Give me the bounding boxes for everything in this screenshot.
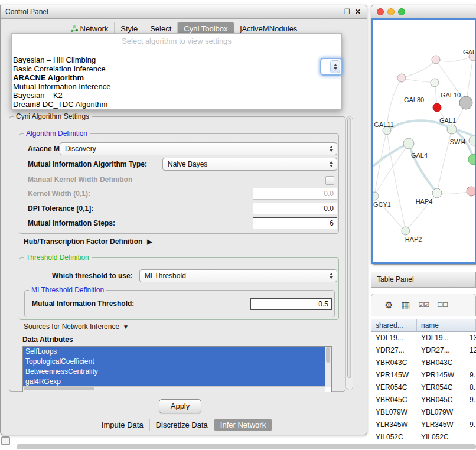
network-graph[interactable]: GALGAL80GAL10GAL11GAL1SWI4GAL4GCY1HAP4HA… (373, 20, 475, 263)
network-node[interactable] (373, 192, 379, 200)
attribute-item-topologicalcoefficient[interactable]: TopologicalCoefficient (23, 357, 325, 367)
table-panel-header[interactable]: Table Panel (371, 272, 476, 288)
algorithm-combobox[interactable] (320, 58, 343, 76)
network-node[interactable] (403, 138, 414, 149)
algorithm-option-dream8-dc-tdc-algorithm[interactable]: Dream8 DC_TDC Algorithm (12, 100, 341, 109)
close-window-icon[interactable]: ✕ (355, 8, 361, 16)
bottom-tab-discretize-data[interactable]: Discretize Data (150, 419, 214, 431)
table-cell: YER054C (371, 381, 417, 394)
node-label-hap2: HAP2 (405, 236, 422, 243)
mi-steps-field[interactable]: 6 (253, 217, 337, 229)
table-panel-title: Table Panel (377, 272, 414, 287)
node-label-gcy1: GCY1 (373, 201, 391, 208)
desktop-horizontal-scrollbar[interactable] (17, 444, 476, 449)
column-header-shared-name[interactable]: shared... (371, 319, 417, 331)
node-label-gal80: GAL80 (404, 96, 424, 103)
screen: Control Panel ❐ ✕ NetworkStyleSelectCyni… (0, 0, 476, 450)
network-edge (402, 78, 435, 83)
table-row[interactable]: YLR345WYLR345W9. (371, 419, 476, 431)
attributes-horizontal-scrollbar[interactable] (23, 386, 325, 392)
which-threshold-label: Which threshold to use: (52, 269, 133, 282)
minimize-traffic-light-icon[interactable] (387, 8, 395, 15)
hub-tf-section-label: Hub/Transcription Factor Definition (24, 237, 142, 246)
manual-kernel-width-checkbox[interactable] (325, 176, 334, 185)
attribute-item-gal4rgexp[interactable]: gal4RGexp (23, 377, 325, 387)
network-node[interactable] (432, 56, 440, 64)
close-traffic-light-icon[interactable] (377, 8, 384, 15)
table-row[interactable]: YIL052CYIL052C (371, 431, 476, 444)
network-canvas[interactable]: GALGAL80GAL10GAL11GAL1SWI4GAL4GCY1HAP4HA… (371, 18, 476, 264)
network-tab-icon (70, 25, 78, 32)
table-cell: YBR043C (371, 357, 417, 369)
attributes-vertical-scrollbar[interactable] (325, 347, 331, 387)
data-attributes-list[interactable]: SelfLoopsTopologicalCoefficientBetweenne… (22, 346, 332, 392)
network-node[interactable] (469, 136, 475, 145)
column-header-name[interactable]: name (417, 319, 465, 331)
table-cell: 9. (465, 419, 476, 431)
network-node[interactable] (431, 79, 439, 87)
table-cell: 9. (465, 369, 476, 381)
mi-threshold-definition-title: MI Threshold Definition (29, 286, 106, 294)
table-cell: 13 (465, 332, 476, 344)
tab-label: Infer Network (220, 420, 266, 429)
network-node[interactable] (467, 187, 475, 196)
table-cell: YLR345W (417, 419, 465, 431)
bottom-tab-infer-network[interactable]: Infer Network (214, 419, 272, 431)
column-header-extra[interactable] (465, 319, 476, 331)
node-label-gal: GAL (463, 48, 475, 56)
apply-button[interactable]: Apply (159, 399, 201, 413)
attribute-item-selfloops[interactable]: SelfLoops (23, 347, 325, 357)
select-all-icon[interactable]: ☑☑ (418, 302, 429, 308)
node-label-gal11: GAL11 (374, 121, 393, 128)
dpi-tolerance-field[interactable]: 0.0 (253, 203, 337, 214)
network-edge (466, 57, 473, 103)
network-node[interactable] (402, 227, 410, 235)
table-cell: YIL052C (371, 431, 417, 444)
algorithm-option-mutual-information-inference[interactable]: Mutual Information Inference (12, 82, 341, 91)
hub-tf-section-toggle[interactable]: Hub/Transcription Factor Definition ▶ (24, 237, 152, 246)
algorithm-option-aracne-algorithm[interactable]: ARACNE Algorithm (12, 73, 341, 82)
settings-scrollbar[interactable] (345, 116, 353, 390)
network-node[interactable] (447, 125, 457, 134)
control-panel-titlebar[interactable]: Control Panel ❐ ✕ (1, 5, 367, 19)
network-node[interactable] (432, 188, 442, 198)
mi-threshold-field[interactable]: 0.5 (250, 298, 332, 310)
table-cell: YBL079W (417, 406, 465, 419)
sources-section-toggle[interactable]: Sources for Network Inference ▼ (21, 322, 131, 331)
algorithm-option-basic-correlation-inference[interactable]: Basic Correlation Inference (12, 64, 341, 73)
algorithm-option-bayesian-k2[interactable]: Bayesian – K2 (12, 91, 341, 100)
mi-algorithm-type-label: Mutual Information Algorithm Type: (28, 158, 147, 171)
network-node[interactable] (459, 96, 472, 109)
table-row[interactable]: YDL19...YDL19...13 (371, 332, 476, 344)
combo-arrows-icon (330, 143, 333, 155)
zoom-traffic-light-icon[interactable] (398, 8, 405, 15)
gear-icon[interactable]: ⚙ (384, 301, 393, 310)
float-window-icon[interactable]: ❐ (344, 8, 350, 16)
cyni-algorithm-settings-title: Cyni Algorithm Settings (14, 112, 92, 120)
bottom-tab-impute-data[interactable]: Impute Data (96, 419, 150, 431)
algorithm-option-bayesian-hill-climbing[interactable]: Bayesian – Hill Climbing (12, 56, 341, 64)
mi-steps-label: Mutual Information Steps: (28, 217, 115, 230)
network-node[interactable] (468, 154, 475, 165)
table-row[interactable]: YBL079WYBL079W (371, 406, 476, 419)
mi-threshold-label: Mutual Information Threshold: (32, 297, 134, 310)
kernel-width-field[interactable]: 0.0 (253, 188, 337, 200)
aracne-mode-select[interactable]: Discovery (60, 142, 337, 155)
table-row[interactable]: YBR045CYBR045C9. (371, 394, 476, 406)
attribute-item-betweennesscentrality[interactable]: BetweennessCentrality (23, 367, 325, 377)
table-row[interactable]: YER054CYER054C8. (371, 381, 476, 394)
deselect-all-icon[interactable]: ☐☐ (437, 302, 448, 308)
settings-scrollbar-thumb[interactable] (347, 118, 351, 378)
table-row[interactable]: YPR145WYPR145W9. (371, 369, 476, 381)
dock-icon[interactable] (1, 436, 10, 445)
mi-algorithm-type-select[interactable]: Naive Bayes (162, 158, 337, 171)
table-cell: 12 (465, 344, 476, 357)
network-node[interactable] (433, 103, 441, 112)
network-node[interactable] (397, 74, 406, 82)
which-threshold-select[interactable]: MI Threshold (139, 269, 337, 282)
table-row[interactable]: YBR043CYBR043C (371, 357, 476, 369)
table-cell (465, 431, 476, 444)
network-view-titlebar[interactable] (371, 5, 476, 19)
table-row[interactable]: YDR27...YDR27...12 (371, 344, 476, 357)
columns-icon[interactable]: ▦ (401, 301, 410, 310)
